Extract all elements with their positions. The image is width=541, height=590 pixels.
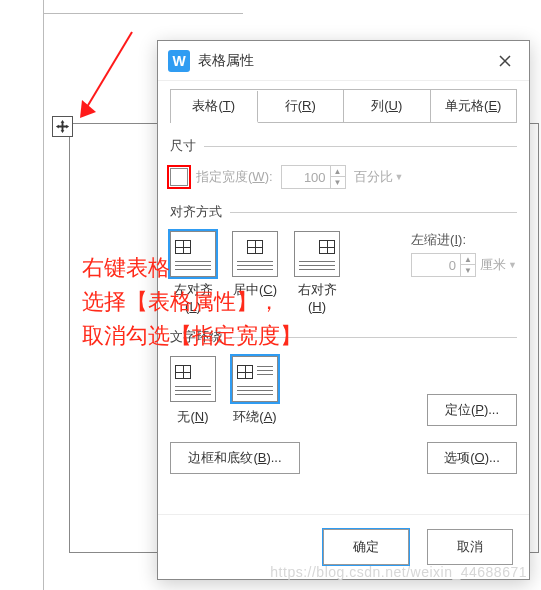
- app-icon: W: [168, 50, 190, 72]
- specify-width-label: 指定宽度(W):: [196, 168, 273, 186]
- indent-unit-label: 厘米: [480, 256, 506, 274]
- wrap-group-label: 文字环绕: [170, 328, 517, 346]
- chevron-down-icon: ▼: [395, 172, 404, 182]
- spinner-buttons[interactable]: ▲▼: [460, 254, 475, 276]
- wrap-group: 文字环绕 无(N): [170, 328, 517, 426]
- dialog-footer: 确定 取消: [158, 514, 529, 579]
- tabs: 表格(T) 行(R) 列(U) 单元格(E): [170, 89, 517, 123]
- spin-up-icon[interactable]: ▲: [461, 254, 475, 265]
- width-spinner[interactable]: ▲▼: [281, 165, 346, 189]
- options-button[interactable]: 选项(O)...: [427, 442, 517, 474]
- close-icon: [498, 54, 512, 68]
- size-group: 尺寸 指定宽度(W): ▲▼ 百分比▼: [170, 137, 517, 189]
- doc-rule-line: [43, 13, 243, 14]
- align-left-label: 左对齐(L): [170, 281, 216, 314]
- svg-marker-1: [80, 100, 96, 118]
- ok-button[interactable]: 确定: [323, 529, 409, 565]
- specify-width-checkbox[interactable]: [170, 168, 188, 186]
- spinner-buttons[interactable]: ▲▼: [330, 166, 345, 188]
- tab-cell[interactable]: 单元格(E): [431, 90, 517, 122]
- bottom-buttons: 边框和底纹(B)... 选项(O)...: [170, 442, 517, 474]
- svg-line-0: [84, 32, 132, 112]
- align-group-label: 对齐方式: [170, 203, 517, 221]
- tab-label: 列(U): [371, 97, 402, 115]
- width-unit-select[interactable]: 百分比▼: [354, 168, 404, 186]
- dialog-title: 表格属性: [198, 52, 491, 70]
- tab-label: 行(R): [285, 97, 316, 115]
- border-shading-button[interactable]: 边框和底纹(B)...: [170, 442, 300, 474]
- red-arrow-annotation: [78, 28, 138, 123]
- position-button[interactable]: 定位(P)...: [427, 394, 517, 426]
- align-left-option[interactable]: [170, 231, 216, 277]
- indent-label: 左缩进(I):: [411, 231, 517, 249]
- cancel-button[interactable]: 取消: [427, 529, 513, 565]
- size-group-label: 尺寸: [170, 137, 517, 155]
- wrap-around-label: 环绕(A): [233, 408, 276, 426]
- indent-input[interactable]: [412, 258, 460, 273]
- table-properties-dialog: W 表格属性 表格(T) 行(R) 列(U) 单元格(E) 尺寸: [157, 40, 530, 580]
- width-unit-label: 百分比: [354, 168, 393, 186]
- indent-spinner[interactable]: ▲▼: [411, 253, 476, 277]
- spin-down-icon[interactable]: ▼: [461, 265, 475, 276]
- chevron-down-icon: ▼: [508, 260, 517, 270]
- indent-block: 左缩进(I): ▲▼ 厘米▼: [411, 231, 517, 277]
- tab-column[interactable]: 列(U): [344, 90, 431, 122]
- align-center-label: 居中(C): [232, 281, 278, 299]
- align-center-option[interactable]: [232, 231, 278, 277]
- wrap-none-label: 无(N): [177, 408, 208, 426]
- spin-up-icon[interactable]: ▲: [331, 166, 345, 177]
- tab-table[interactable]: 表格(T): [171, 91, 258, 123]
- align-right-option[interactable]: [294, 231, 340, 277]
- width-input[interactable]: [282, 170, 330, 185]
- wrap-around-option[interactable]: 环绕(A): [232, 356, 278, 426]
- indent-unit-select[interactable]: 厘米▼: [480, 256, 517, 274]
- dialog-titlebar: W 表格属性: [158, 41, 529, 81]
- tab-label: 单元格(E): [445, 97, 501, 115]
- align-right-label: 右对齐(H): [294, 281, 340, 314]
- doc-margin-line: [43, 0, 44, 590]
- close-button[interactable]: [491, 47, 519, 75]
- tab-label: 表格(T): [192, 97, 235, 115]
- tab-row[interactable]: 行(R): [258, 90, 345, 122]
- align-group: 对齐方式: [170, 203, 517, 314]
- wrap-none-option[interactable]: 无(N): [170, 356, 216, 426]
- spin-down-icon[interactable]: ▼: [331, 177, 345, 188]
- table-move-handle[interactable]: [52, 116, 73, 137]
